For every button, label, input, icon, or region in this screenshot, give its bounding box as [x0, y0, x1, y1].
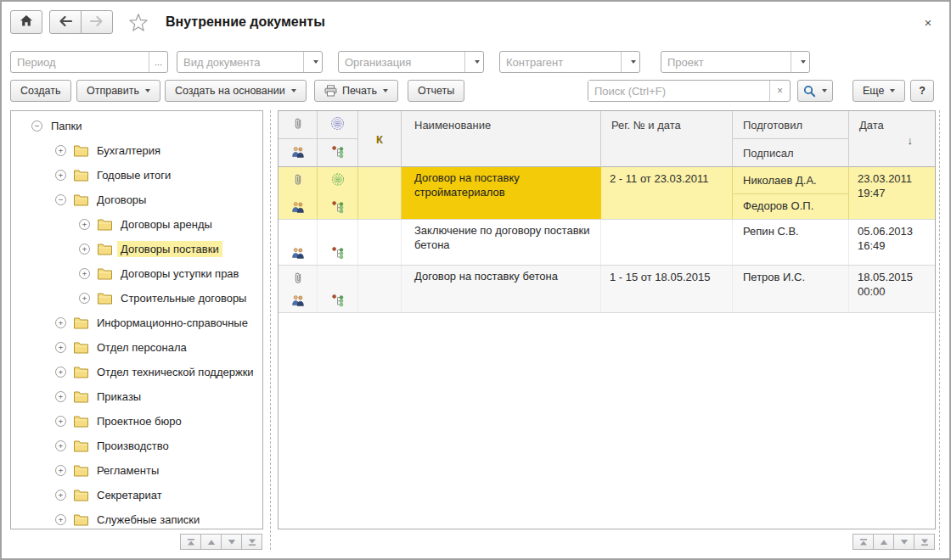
tree-item[interactable]: + Договоры аренды — [11, 212, 262, 237]
doc-type-input[interactable] — [177, 52, 303, 72]
back-button[interactable] — [49, 10, 82, 34]
expand-expander-icon[interactable]: + — [79, 219, 90, 230]
table-row-selected[interactable]: Договор на поставку стройматериалов 2 - … — [279, 167, 935, 220]
folder-icon — [74, 514, 88, 526]
sort-descending-icon: ↓ — [908, 134, 914, 147]
expand-expander-icon[interactable]: + — [55, 490, 66, 501]
doc-type-dropdown-button[interactable] — [303, 52, 322, 72]
help-button[interactable]: ? — [910, 80, 934, 102]
tree-item[interactable]: + Приказы — [11, 384, 262, 409]
chevron-down-icon — [631, 60, 636, 64]
tree-item[interactable]: − Договоры — [11, 188, 262, 212]
expand-expander-icon[interactable]: + — [55, 391, 66, 402]
search-input[interactable] — [588, 81, 769, 101]
expand-expander-icon[interactable]: + — [55, 145, 66, 156]
tree-item-selected[interactable]: + Договоры поставки — [11, 237, 262, 261]
scroll-up-icon[interactable] — [200, 534, 222, 550]
column-reg[interactable]: Рег. № и дата — [601, 111, 733, 167]
tree-item[interactable]: + Строительные договоры — [11, 286, 262, 311]
create-button[interactable]: Создать — [10, 80, 71, 102]
expand-expander-icon[interactable]: + — [55, 514, 66, 525]
expand-expander-icon[interactable]: + — [55, 440, 66, 451]
tree-item[interactable]: + Секретариат — [11, 483, 262, 507]
tree-item[interactable]: + Информационно-справочные — [11, 311, 262, 335]
internal-documents-window: Внутренние документы × ... Создать Отпра… — [0, 0, 951, 560]
search-settings-button[interactable] — [797, 80, 833, 102]
column-date[interactable]: Дата ↓ — [849, 111, 935, 167]
expand-expander-icon[interactable]: + — [55, 367, 66, 378]
project-input[interactable] — [661, 52, 791, 72]
expand-expander-icon[interactable]: + — [55, 342, 66, 353]
organization-input[interactable] — [339, 52, 464, 72]
tree-item[interactable]: + Годовые итоги — [11, 163, 262, 188]
seal-signed-icon — [331, 172, 345, 187]
folder-icon — [74, 416, 88, 428]
search-clear-button[interactable]: × — [769, 81, 790, 101]
project-dropdown-button[interactable] — [791, 52, 809, 72]
scroll-to-top-icon[interactable] — [853, 534, 874, 550]
close-icon[interactable]: × — [919, 13, 937, 31]
forward-button[interactable] — [81, 10, 113, 34]
tree-item[interactable]: + Производство — [11, 434, 262, 458]
more-button[interactable]: Еще — [853, 80, 905, 102]
process-state-icon — [331, 145, 345, 161]
expand-expander-icon[interactable]: + — [55, 465, 66, 476]
expand-expander-icon[interactable]: + — [79, 293, 90, 304]
expand-expander-icon[interactable]: + — [55, 317, 66, 328]
table-row[interactable]: Договор на поставку бетона 1 - 15 от 18.… — [279, 266, 935, 313]
tree-item[interactable]: + Регламенты — [11, 458, 262, 483]
organization-dropdown-button[interactable] — [464, 52, 483, 72]
send-button[interactable]: Отправить — [76, 80, 160, 102]
scroll-to-bottom-icon[interactable] — [914, 534, 935, 550]
scroll-up-icon[interactable] — [873, 534, 894, 550]
expand-expander-icon[interactable]: + — [79, 268, 90, 279]
scroll-to-top-icon[interactable] — [180, 534, 201, 550]
tree-item[interactable]: + Договоры уступки прав — [11, 261, 262, 286]
column-name[interactable]: Наименование — [402, 111, 601, 167]
expand-expander-icon[interactable]: + — [55, 170, 66, 181]
counterparty-input[interactable] — [500, 52, 621, 72]
counterparty-dropdown-button[interactable] — [621, 52, 639, 72]
folder-icon — [74, 342, 88, 354]
print-button[interactable]: Печать — [314, 80, 398, 102]
reports-button[interactable]: Отчеты — [408, 80, 464, 102]
panel-splitter[interactable] — [270, 110, 271, 550]
period-input[interactable] — [11, 52, 149, 72]
doc-time: 00:00 — [858, 285, 886, 300]
collapse-expander-icon[interactable]: − — [31, 120, 42, 132]
tree-item[interactable]: + Бухгалтерия — [11, 138, 262, 163]
table-row[interactable]: Заключение по договору поставки бетона Р… — [279, 220, 935, 266]
create-based-on-button[interactable]: Создать на основании — [165, 80, 307, 102]
tree-item-root[interactable]: − Папки — [11, 114, 262, 138]
chevron-down-icon — [801, 60, 806, 64]
tree-item[interactable]: + Отдел технической поддержки — [11, 360, 262, 384]
column-prepared-signed[interactable]: Подготовил Подписал — [733, 111, 849, 167]
right-splitter[interactable] — [939, 110, 940, 550]
tree-item[interactable]: + Проектное бюро — [11, 409, 262, 434]
expand-expander-icon[interactable]: + — [55, 416, 66, 427]
doc-type-filter — [177, 51, 323, 73]
scroll-to-bottom-icon[interactable] — [241, 534, 262, 550]
column-attachment[interactable] — [279, 111, 318, 167]
scroll-down-icon[interactable] — [893, 534, 914, 550]
reg-number: 1 - 15 от 18.05.2015 — [610, 271, 710, 285]
column-signature[interactable] — [318, 111, 358, 167]
people-icon — [291, 199, 305, 214]
arrow-left-icon — [58, 15, 73, 30]
collapse-expander-icon[interactable]: − — [55, 194, 66, 205]
chevron-down-icon — [145, 89, 150, 92]
expand-expander-icon[interactable]: + — [79, 244, 90, 255]
folder-icon — [74, 194, 88, 206]
home-button[interactable] — [10, 10, 42, 34]
arrow-right-icon — [89, 15, 104, 30]
period-expand-button[interactable]: ... — [149, 52, 167, 72]
tree-item[interactable]: + Служебные записки — [11, 507, 262, 529]
paperclip-icon — [291, 172, 305, 187]
scroll-down-icon[interactable] — [221, 534, 242, 550]
paperclip-icon — [291, 116, 305, 133]
search-icon — [803, 85, 816, 98]
tree-item[interactable]: + Отдел персонала — [11, 335, 262, 360]
favorite-star-icon[interactable] — [128, 13, 149, 35]
nav-history-group — [49, 10, 113, 34]
column-k[interactable]: К — [358, 111, 402, 167]
